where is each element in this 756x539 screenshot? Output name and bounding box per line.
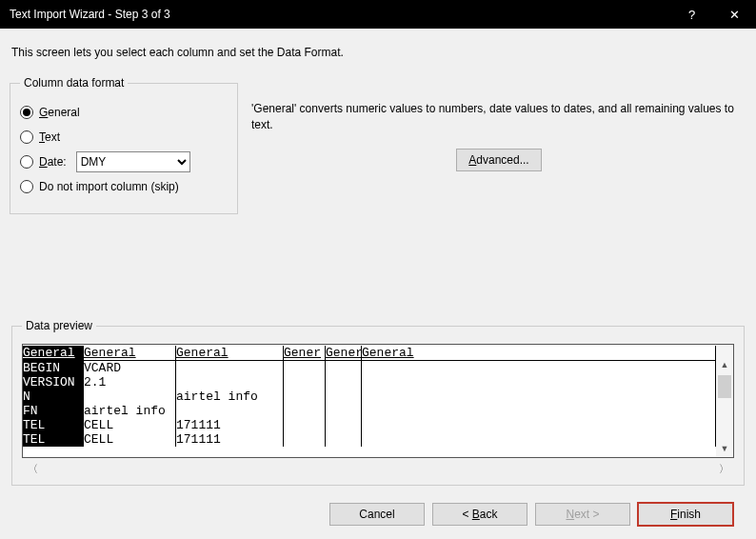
preview-cell: VERSION [23, 375, 84, 389]
radio-general-label: General [39, 106, 80, 119]
preview-cell: VCARD [84, 361, 176, 375]
group-legend: Column data format [20, 76, 128, 90]
preview-cell [326, 432, 362, 447]
radio-skip[interactable]: Do not import column (skip) [20, 175, 228, 198]
preview-cell [284, 418, 326, 432]
scroll-up-icon: ▲ [721, 360, 729, 373]
radio-text-label: Text [39, 130, 60, 144]
back-button[interactable]: < Back [432, 503, 527, 526]
preview-cell: FN [23, 404, 84, 418]
next-button: Next > [535, 503, 630, 526]
preview-cell: CELL [84, 418, 176, 432]
preview-row: TELCELL171111 [23, 418, 716, 432]
preview-cell [326, 361, 362, 375]
intro-text: This screen lets you select each column … [11, 46, 746, 59]
preview-cell: 171111 [176, 432, 284, 447]
preview-cell [326, 375, 362, 389]
preview-cell [362, 418, 716, 432]
radio-icon [20, 155, 33, 169]
preview-cell: TEL [23, 432, 84, 447]
preview-cell [176, 375, 284, 389]
vertical-scrollbar[interactable]: ▲ ▼ [716, 345, 733, 457]
preview-cell [326, 389, 362, 404]
col-header[interactable]: General [23, 346, 84, 361]
dialog-buttons: Cancel < Back Next > Finish [10, 486, 746, 526]
preview-cell [362, 432, 716, 447]
preview-row: VERSION2.1 [23, 375, 716, 389]
preview-cell: TEL [23, 418, 84, 432]
data-preview-group: Data preview General General General Gen… [11, 319, 745, 486]
col-header[interactable]: General [362, 346, 716, 361]
preview-cell: CELL [84, 432, 176, 447]
radio-icon [20, 130, 33, 144]
col-header[interactable]: General [84, 346, 176, 361]
preview-cell [362, 361, 716, 375]
preview-cell [284, 432, 326, 447]
preview-cell [176, 404, 284, 418]
radio-date[interactable]: Date: DMY [20, 150, 228, 173]
preview-cell: airtel info [176, 389, 284, 404]
column-data-format-group: Column data format General Text Date: DM… [10, 76, 238, 214]
window-title: Text Import Wizard - Step 3 of 3 [10, 8, 670, 21]
preview-cell [284, 361, 326, 375]
preview-cell [84, 389, 176, 404]
preview-cell: BEGIN [23, 361, 84, 375]
titlebar: Text Import Wizard - Step 3 of 3 ? ✕ [0, 0, 756, 29]
preview-row: Nairtel info [23, 389, 716, 404]
col-header[interactable]: Gener [326, 346, 362, 361]
format-description: 'General' converts numeric values to num… [251, 101, 737, 133]
preview-cell: airtel info [84, 404, 176, 418]
finish-button[interactable]: Finish [638, 503, 733, 526]
preview-header-row: General General General Gener Gener Gene… [23, 345, 716, 361]
radio-icon [20, 106, 33, 119]
cancel-button[interactable]: Cancel [329, 503, 425, 526]
preview-cell [326, 404, 362, 418]
date-format-select[interactable]: DMY [76, 151, 190, 172]
preview-cell [284, 375, 326, 389]
preview-table: General General General Gener Gener Gene… [22, 344, 734, 458]
preview-cell [284, 404, 326, 418]
preview-row: FNairtel info [23, 404, 716, 418]
radio-icon [20, 180, 33, 193]
preview-cell: 171111 [176, 418, 284, 432]
radio-date-label: Date: [39, 155, 67, 169]
preview-row: BEGINVCARD [23, 361, 716, 375]
help-button[interactable]: ? [670, 0, 713, 29]
radio-skip-label: Do not import column (skip) [39, 180, 179, 193]
scroll-down-icon: ▼ [721, 444, 729, 457]
preview-cell [326, 418, 362, 432]
preview-legend: Data preview [22, 319, 96, 332]
preview-row: TELCELL171111 [23, 432, 716, 447]
preview-cell [176, 361, 284, 375]
preview-cell [362, 389, 716, 404]
close-button[interactable]: ✕ [713, 0, 756, 29]
preview-cell [362, 375, 716, 389]
radio-text[interactable]: Text [20, 126, 228, 149]
radio-general[interactable]: General [20, 101, 228, 124]
preview-cell [362, 404, 716, 418]
advanced-button[interactable]: Advanced... [456, 149, 542, 171]
horizontal-scrollbar[interactable]: 〈 〉 [22, 460, 734, 477]
scroll-left-icon: 〈 [26, 462, 39, 476]
preview-cell: N [23, 389, 84, 404]
scroll-thumb[interactable] [718, 375, 731, 398]
preview-cell: 2.1 [84, 375, 176, 389]
col-header[interactable]: General [176, 346, 284, 361]
scroll-right-icon: 〉 [717, 462, 730, 476]
col-header[interactable]: Gener [284, 346, 326, 361]
preview-cell [284, 389, 326, 404]
